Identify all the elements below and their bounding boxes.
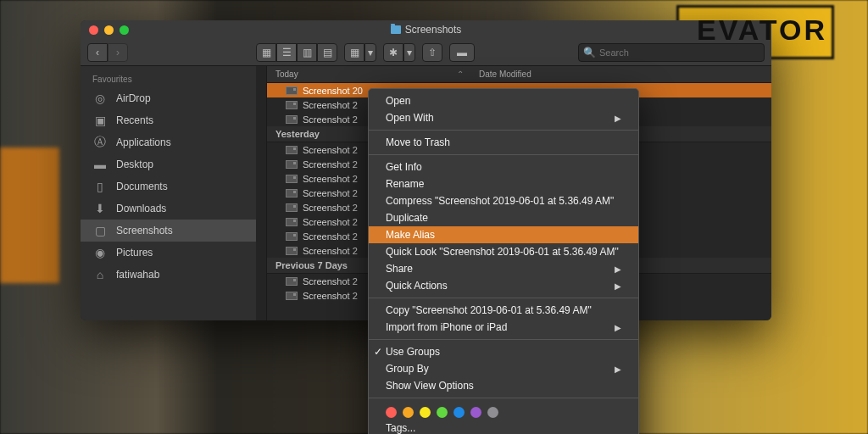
menu-item[interactable]: Open With▶ <box>369 109 638 126</box>
menu-item[interactable]: Duplicate <box>369 209 638 226</box>
submenu-arrow-icon: ▶ <box>615 114 621 123</box>
sidebar-item-label: Documents <box>116 181 168 192</box>
image-file-icon <box>286 232 298 241</box>
sidebar-item-applications[interactable]: ⒶApplications <box>81 131 266 153</box>
toolbar: ‹ › ▦ ☰ ▥ ▤ ▦▾ ✱▾ ⇧ ▬ 🔍 <box>81 39 771 66</box>
action-menu-button[interactable]: ✱▾ <box>383 43 415 62</box>
menu-item[interactable]: Open <box>369 92 638 109</box>
file-name: Screenshot 2 <box>303 145 358 155</box>
menu-item[interactable]: Import from iPhone or iPad▶ <box>369 319 638 336</box>
sidebar-item-documents[interactable]: ▯Documents <box>81 175 266 198</box>
tag-color-dot[interactable] <box>437 407 448 418</box>
column-name[interactable]: Today <box>275 70 298 79</box>
titlebar[interactable]: Screenshots <box>81 20 771 39</box>
window-title-text: Screenshots <box>405 24 462 36</box>
menu-item[interactable]: Make Alias <box>369 226 638 243</box>
menu-item-label: Copy "Screenshot 2019-06-01 at 5.36.49 A… <box>386 304 592 316</box>
column-date[interactable]: Date Modified <box>470 70 531 79</box>
sidebar-item-pictures[interactable]: ◉Pictures <box>81 242 266 264</box>
tags-button[interactable]: ▬ <box>449 43 475 62</box>
submenu-arrow-icon: ▶ <box>615 364 621 374</box>
traffic-lights <box>81 25 129 35</box>
menu-item[interactable]: Quick Look "Screenshot 2019-06-01 at 5.3… <box>369 243 638 260</box>
forward-button[interactable]: › <box>108 43 128 62</box>
tag-color-dot[interactable] <box>420 407 431 418</box>
sort-indicator-icon: ⌃ <box>457 70 464 79</box>
apps-icon: Ⓐ <box>92 136 108 149</box>
menu-item[interactable]: Copy "Screenshot 2019-06-01 at 5.36.49 A… <box>369 302 638 319</box>
menu-item[interactable]: Group By▶ <box>369 360 638 377</box>
menu-item[interactable]: Share▶ <box>369 260 638 277</box>
sidebar-item-label: Screenshots <box>116 225 173 236</box>
menu-item[interactable]: Tags... <box>369 420 638 434</box>
close-button[interactable] <box>89 25 98 35</box>
menu-separator <box>369 154 638 155</box>
sidebar-item-airdrop[interactable]: ◎AirDrop <box>81 87 266 109</box>
submenu-arrow-icon: ▶ <box>615 281 621 291</box>
tag-color-dot[interactable] <box>453 407 465 418</box>
menu-item-label: Make Alias <box>386 229 435 241</box>
pictures-icon: ◉ <box>92 246 108 259</box>
list-view-button[interactable]: ☰ <box>276 43 297 62</box>
downloads-icon: ⬇ <box>92 202 108 215</box>
menu-item-label: Tags... <box>386 422 415 434</box>
sidebar-item-downloads[interactable]: ⬇Downloads <box>81 198 266 220</box>
file-name: Screenshot 2 <box>303 114 358 125</box>
folder-icon: ▢ <box>92 224 108 237</box>
menu-item[interactable]: Quick Actions▶ <box>369 277 638 294</box>
sidebar-item-label: AirDrop <box>116 92 151 104</box>
tag-color-dot[interactable] <box>403 407 414 418</box>
image-file-icon <box>286 292 298 300</box>
documents-icon: ▯ <box>92 180 108 193</box>
context-menu: OpenOpen With▶Move to TrashGet InfoRenam… <box>368 88 639 434</box>
gallery-view-button[interactable]: ▤ <box>317 43 337 62</box>
menu-separator <box>369 298 638 298</box>
file-name: Screenshot 2 <box>303 203 358 213</box>
zoom-button[interactable] <box>120 25 129 35</box>
sidebar-item-desktop[interactable]: ▬Desktop <box>81 153 266 175</box>
menu-item-label: Move to Trash <box>386 136 450 148</box>
menu-item[interactable]: Get Info <box>369 159 638 175</box>
sidebar-scrollbar[interactable] <box>256 66 266 320</box>
image-file-icon <box>286 146 298 154</box>
sidebar-item-recents[interactable]: ▣Recents <box>81 109 266 131</box>
image-file-icon <box>286 218 298 226</box>
sidebar-item-screenshots[interactable]: ▢Screenshots <box>81 220 266 242</box>
sidebar-item-label: Pictures <box>116 247 153 259</box>
group-arrange-button[interactable]: ▦▾ <box>344 43 376 62</box>
menu-item-label: Group By <box>386 363 429 375</box>
sidebar-item-fatiwahab[interactable]: ⌂fatiwahab <box>81 264 266 286</box>
menu-item-label: Share <box>386 263 413 275</box>
background-sign-text: EVATOR <box>697 14 827 47</box>
minimize-button[interactable] <box>104 25 114 35</box>
tag-color-dot[interactable] <box>487 407 498 418</box>
back-button[interactable]: ‹ <box>87 43 108 62</box>
file-name: Screenshot 2 <box>303 217 358 227</box>
sidebar-item-label: Applications <box>116 136 171 148</box>
nav-buttons: ‹ › <box>87 43 128 62</box>
column-view-button[interactable]: ▥ <box>297 43 317 62</box>
menu-item-label: Quick Actions <box>386 280 448 292</box>
image-file-icon <box>286 101 298 109</box>
menu-separator <box>369 339 638 340</box>
tag-color-dot[interactable] <box>470 407 481 418</box>
checkmark-icon: ✓ <box>374 346 382 358</box>
icon-view-button[interactable]: ▦ <box>256 43 276 62</box>
sidebar-item-label: Downloads <box>116 203 166 214</box>
tag-color-dot[interactable] <box>386 407 397 418</box>
menu-item[interactable]: ✓Use Groups <box>369 343 638 360</box>
share-button[interactable]: ⇧ <box>422 43 442 62</box>
menu-item[interactable]: Rename <box>369 175 638 192</box>
menu-item-label: Compress "Screenshot 2019-06-01 at 5.36.… <box>386 195 614 207</box>
menu-item-label: Rename <box>386 178 424 190</box>
file-name: Screenshot 20 <box>303 86 363 96</box>
menu-item[interactable]: Move to Trash <box>369 134 638 151</box>
menu-separator <box>369 398 638 398</box>
menu-separator <box>369 130 638 131</box>
image-file-icon <box>286 115 298 124</box>
menu-item[interactable]: Show View Options <box>369 377 638 394</box>
menu-item[interactable]: Compress "Screenshot 2019-06-01 at 5.36.… <box>369 192 638 209</box>
image-file-icon <box>286 86 298 95</box>
column-headers[interactable]: Today⌃ Date Modified <box>267 66 771 83</box>
window-title: Screenshots <box>342 24 511 36</box>
